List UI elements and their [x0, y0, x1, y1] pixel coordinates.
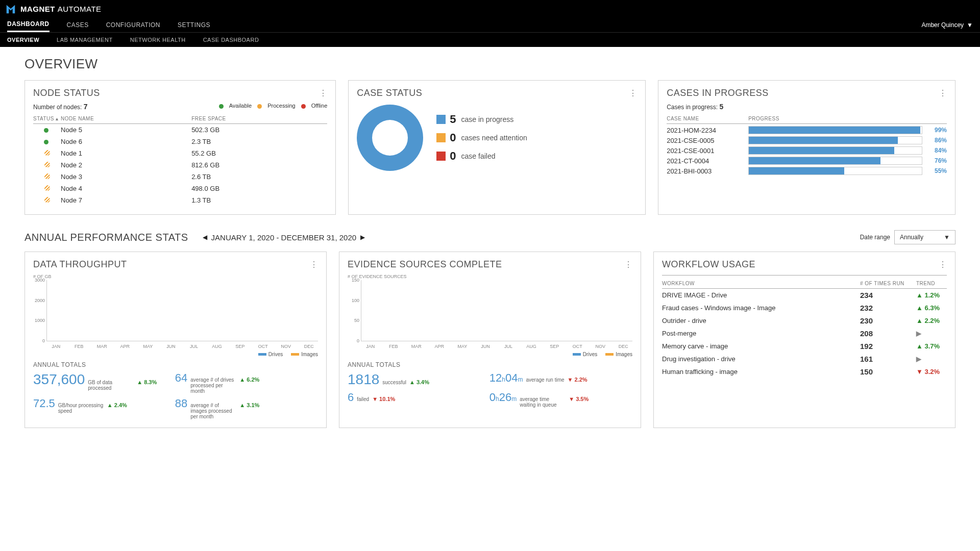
topbar: MAGNET AUTOMATE DASHBOARDCASESCONFIGURAT…: [0, 0, 980, 47]
next-range-icon[interactable]: ▶: [360, 234, 365, 241]
subnav-lab-management[interactable]: LAB MANAGEMENT: [57, 33, 113, 47]
case-progress-row[interactable]: 2021-CSE-000586%: [667, 136, 947, 144]
kebab-icon[interactable]: ⋮: [624, 260, 632, 269]
workflow-table: WORKFLOW # OF TIMES RUN TREND DRIVE IMAG…: [662, 279, 947, 378]
evidence-legend: Drives Images: [348, 352, 632, 357]
prev-range-icon[interactable]: ◀: [203, 234, 207, 241]
case-name: 2021-CT-0004: [667, 157, 743, 165]
node-table: STATUS ▴ NODE NAME FREE SPACE Node 5502.…: [33, 114, 327, 206]
trend-indicator: ▼ 3.5%: [569, 396, 589, 402]
kebab-icon[interactable]: ⋮: [319, 88, 327, 98]
case-status-title: CASE STATUS: [357, 88, 422, 98]
swatch-icon: [436, 152, 446, 161]
nav-configuration[interactable]: CONFIGURATION: [106, 18, 160, 32]
workflow-name: Drug investigation - drive: [662, 353, 860, 365]
node-row[interactable]: Node 32.6 TB: [33, 171, 327, 183]
month-label: JAN: [363, 344, 378, 349]
workflow-trend: ▲ 2.2%: [916, 314, 947, 327]
col-times-run[interactable]: # OF TIMES RUN: [860, 279, 916, 289]
node-name: Node 5: [61, 124, 191, 136]
col-progress[interactable]: PROGRESS: [748, 114, 927, 124]
throughput-legend: Drives Images: [33, 352, 318, 357]
stat: 12h04maverage run time▼ 2.2%: [489, 371, 626, 388]
status-processing-icon: [44, 197, 50, 203]
case-progress-row[interactable]: 2021-CSE-000184%: [667, 146, 947, 155]
month-label: SEP: [547, 344, 562, 349]
status-processing-icon: [44, 185, 50, 191]
node-row[interactable]: Node 155.2 GB: [33, 147, 327, 159]
kebab-icon[interactable]: ⋮: [939, 260, 947, 269]
month-label: OCT: [256, 344, 271, 349]
case-progress-row[interactable]: 2021-HOM-223499%: [667, 126, 947, 134]
case-legend-row: 0cases need attention: [436, 131, 527, 144]
kebab-icon[interactable]: ⋮: [310, 260, 318, 269]
kebab-icon[interactable]: ⋮: [939, 88, 947, 98]
range-select[interactable]: Annually ▼: [894, 230, 955, 244]
case-status-donut: [357, 105, 423, 171]
col-node-name[interactable]: NODE NAME: [61, 114, 191, 124]
subnav-overview[interactable]: OVERVIEW: [7, 33, 39, 47]
workflow-trend: ▲ 1.2%: [916, 289, 947, 302]
page: OVERVIEW NODE STATUS⋮ Number of nodes: 7…: [0, 47, 980, 448]
month-label: APR: [117, 344, 132, 349]
workflow-name: Fraud cases - Windows image - Image: [662, 302, 860, 314]
workflow-row[interactable]: Drug investigation - drive161▶: [662, 353, 947, 365]
node-name: Node 7: [61, 194, 191, 206]
month-label: NOV: [593, 344, 608, 349]
month-label: APR: [432, 344, 447, 349]
nav-dashboard[interactable]: DASHBOARD: [7, 17, 50, 32]
case-progress-row[interactable]: 2021-CT-000476%: [667, 157, 947, 165]
node-space: 2.3 TB: [191, 136, 327, 147]
subnav-case-dashboard[interactable]: CASE DASHBOARD: [203, 33, 259, 47]
progress-bar: [748, 136, 922, 144]
month-label: DEC: [616, 344, 631, 349]
workflow-name: Outrider - drive: [662, 314, 860, 327]
workflow-row[interactable]: Human trafficking - image150▼ 3.2%: [662, 365, 947, 378]
nav-cases[interactable]: CASES: [67, 18, 89, 32]
status-processing-icon: [44, 173, 50, 179]
brand-logo-icon: [5, 3, 16, 14]
user-menu[interactable]: Amber Quincey ▼: [921, 21, 973, 29]
workflow-count: 150: [860, 365, 916, 378]
month-label: JUL: [186, 344, 201, 349]
node-row[interactable]: Node 5502.3 GB: [33, 124, 327, 136]
workflow-row[interactable]: Outrider - drive230▲ 2.2%: [662, 314, 947, 327]
workflow-row[interactable]: Post-merge208▶: [662, 327, 947, 340]
node-row[interactable]: Node 62.3 TB: [33, 136, 327, 147]
workflow-count: 232: [860, 302, 916, 314]
col-trend[interactable]: TREND: [916, 279, 947, 289]
node-name: Node 2: [61, 159, 191, 171]
col-case-name[interactable]: CASE NAME: [667, 114, 748, 124]
node-space: 55.2 GB: [191, 147, 327, 159]
progress-pct: 99%: [927, 127, 947, 134]
month-label: JUN: [478, 344, 493, 349]
cip-count-label: Cases in progress:: [667, 104, 718, 111]
workflow-row[interactable]: DRIVE IMAGE - Drive234▲ 1.2%: [662, 289, 947, 302]
brand-name: MAGNET AUTOMATE: [20, 5, 102, 13]
subnav-network-health[interactable]: NETWORK HEALTH: [130, 33, 186, 47]
nav-sub: OVERVIEWLAB MANAGEMENTNETWORK HEALTHCASE…: [0, 33, 980, 47]
workflow-row[interactable]: Memory carve - image192▲ 3.7%: [662, 340, 947, 353]
col-workflow[interactable]: WORKFLOW: [662, 279, 860, 289]
node-row[interactable]: Node 4498.0 GB: [33, 183, 327, 194]
evidence-chart: JANFEBMARAPRMAYJUNJULAUGSEPOCTNOVDEC1501…: [361, 280, 632, 341]
month-label: FEB: [71, 344, 86, 349]
case-legend-row: 5case in progress: [436, 113, 527, 126]
node-row[interactable]: Node 71.3 TB: [33, 194, 327, 206]
status-available-icon: [44, 128, 48, 133]
workflow-row[interactable]: Fraud cases - Windows image - Image232▲ …: [662, 302, 947, 314]
stat: 1818successful▲ 3.4%: [348, 371, 484, 388]
node-name: Node 4: [61, 183, 191, 194]
kebab-icon[interactable]: ⋮: [629, 88, 637, 98]
node-status-title: NODE STATUS: [33, 88, 100, 98]
case-progress-row[interactable]: 2021-BHI-000355%: [667, 167, 947, 175]
trend-indicator: ▼ 2.2%: [568, 377, 587, 383]
card-case-status: CASE STATUS⋮ 5case in progress0cases nee…: [348, 80, 646, 215]
user-name: Amber Quincey: [921, 21, 964, 29]
col-status[interactable]: STATUS ▴: [33, 114, 61, 124]
node-row[interactable]: Node 2812.6 GB: [33, 159, 327, 171]
nav-settings[interactable]: SETTINGS: [178, 18, 210, 32]
status-processing-icon: [44, 150, 50, 156]
swatch-icon: [436, 115, 446, 124]
col-free-space[interactable]: FREE SPACE: [191, 114, 327, 124]
